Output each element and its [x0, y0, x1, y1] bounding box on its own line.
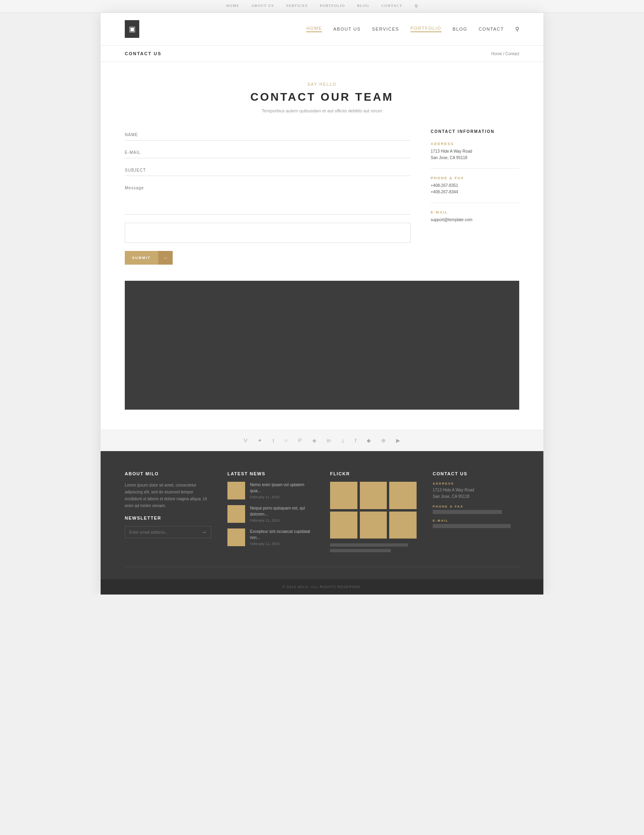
footer-news-col: Latest News Nemo enim ipsam vol uptatem … [227, 471, 314, 555]
social-bar: V ✦ t ○ P ◈ in ⍙ f ◆ ⊕ ▶ [101, 430, 543, 451]
nav-about[interactable]: ABOUT US [333, 27, 361, 31]
top-nav-blog[interactable]: BLOG [357, 4, 369, 9]
search-button[interactable]: ⚲ [515, 26, 519, 32]
say-hello-label: SAY HELLO [125, 82, 519, 87]
address-value: 1713 Hide A Way RoadSan Jose, CA 95118 [431, 148, 519, 161]
news-date-3: February 11, 2015 [250, 542, 314, 546]
footer-phone-label: PHONE & FAX [433, 505, 519, 508]
top-nav-home[interactable]: HOME [226, 4, 239, 9]
newsletter-input[interactable] [125, 526, 197, 538]
social-youtube-icon[interactable]: ▶ [396, 437, 400, 443]
social-linkedin-icon[interactable]: in [327, 437, 331, 443]
name-field-wrap [125, 129, 411, 141]
logo: ▣ [125, 20, 139, 38]
news-item-1: Nemo enim ipsam vol uptatem quia... Febr… [227, 482, 314, 499]
phone-value: +408-267-8351+408-267-8344 [431, 182, 519, 195]
contact-form: SUBMIT → [125, 129, 411, 265]
subject-field-wrap [125, 165, 411, 176]
flickr-thumb-1[interactable] [330, 482, 357, 509]
footer-contact-col: Contact Us ADDRESS 1713 Hide A Way RoadS… [433, 471, 519, 555]
footer-newsletter-title: Newsletter [125, 516, 211, 520]
phone-block: PHONE & FAX +408-267-8351+408-267-8344 [431, 176, 519, 203]
flickr-thumb-5[interactable] [360, 512, 387, 539]
top-search-icon[interactable]: ⚲ [415, 4, 418, 9]
nav-home[interactable]: HOME [306, 26, 322, 32]
footer-about-col: About MILO Lorem ipsum dolor sit amet, c… [125, 471, 211, 555]
contact-info-title: CONTACT INFORMATION [431, 129, 519, 134]
social-facebook-icon[interactable]: f [355, 437, 357, 443]
name-input[interactable] [125, 129, 411, 141]
news-date-2: February 11, 2015 [250, 518, 314, 522]
footer-address-label: ADDRESS [433, 482, 519, 485]
email-block: E-MAIL support@template.com [431, 210, 519, 230]
social-diamond-icon[interactable]: ◆ [367, 437, 371, 443]
submit-label: SUBMIT [125, 252, 158, 264]
breadcrumb-trail: Home / Contact [491, 52, 519, 56]
footer-divider [125, 567, 519, 567]
footer-bottom: © 2015 MILO. ALL RIGHTS RESERVED. [101, 579, 543, 595]
email-field-wrap [125, 147, 411, 158]
footer-about-text: Lorem ipsum dolor sit amet, consectetur … [125, 482, 211, 509]
social-stumble-icon[interactable]: ⍙ [341, 437, 345, 443]
subject-input[interactable] [125, 165, 411, 176]
footer-news-title: Latest News [227, 471, 314, 476]
top-nav-portfolio[interactable]: PORTFOLIO [320, 4, 345, 9]
social-pinterest-icon[interactable]: P [298, 437, 302, 443]
news-title-1: Nemo enim ipsam vol uptatem quia... [250, 482, 314, 494]
social-circle-icon[interactable]: ⊕ [381, 437, 386, 443]
address-label: ADDRESS [431, 142, 519, 146]
flickr-redacted-1 [330, 543, 408, 547]
message-input[interactable] [125, 182, 411, 215]
contact-body: SUBMIT → CONTACT INFORMATION ADDRESS 171… [125, 129, 519, 265]
flickr-thumb-6[interactable] [389, 512, 417, 539]
address-block: ADDRESS 1713 Hide A Way RoadSan Jose, CA… [431, 142, 519, 169]
nav-contact[interactable]: CONTACT [479, 27, 504, 31]
main-nav: HOME ABOUT US SERVICES PORTFOLIO BLOG CO… [306, 26, 519, 32]
email-value: support@template.com [431, 217, 519, 223]
top-nav-services[interactable]: SERVICES [286, 4, 308, 9]
submit-button[interactable]: SUBMIT → [125, 251, 173, 265]
social-vimeo-icon[interactable]: V [244, 437, 248, 443]
social-instagram-icon[interactable]: ○ [285, 437, 288, 443]
newsletter-form: → [125, 526, 211, 538]
flickr-thumb-3[interactable] [389, 482, 417, 509]
captcha-box [125, 223, 411, 243]
page-heading: CONTACT US [125, 51, 161, 56]
news-thumb-1 [227, 482, 245, 499]
logo-icon: ▣ [129, 25, 136, 33]
footer-flickr-col: Flickr [330, 471, 417, 555]
news-item-3: Excepteur sint occaecat cupidatat non...… [227, 528, 314, 546]
news-date-1: February 11, 2015 [250, 495, 314, 499]
flickr-thumb-2[interactable] [360, 482, 387, 509]
map-placeholder [125, 281, 519, 410]
footer-flickr-title: Flickr [330, 471, 417, 476]
main-header: ▣ HOME ABOUT US SERVICES PORTFOLIO BLOG … [101, 13, 543, 46]
nav-portfolio[interactable]: PORTFOLIO [411, 26, 442, 32]
social-twitter-icon[interactable]: t [272, 437, 274, 443]
top-nav: HOME ABOUT US SERVICES PORTFOLIO BLOG CO… [226, 4, 418, 9]
newsletter-submit-button[interactable]: → [197, 526, 211, 538]
email-input[interactable] [125, 147, 411, 158]
footer-phone-redacted [433, 510, 502, 514]
contact-subtext: Temporibus autem quibusdam et aut offici… [125, 108, 519, 113]
top-nav-about[interactable]: ABOUT US [251, 4, 274, 9]
breadcrumb-bar: CONTACT US Home / Contact [101, 46, 543, 62]
footer-copyright: © 2015 MILO. ALL RIGHTS RESERVED. [282, 585, 362, 589]
news-content-2: Neque porro quisquam est, qui dolorem...… [250, 505, 314, 522]
news-content-3: Excepteur sint occaecat cupidatat non...… [250, 528, 314, 546]
top-nav-contact[interactable]: CONTACT [382, 4, 402, 9]
footer-email-label: E-MAIL [433, 519, 519, 522]
news-thumb-2 [227, 505, 245, 523]
message-field-wrap [125, 182, 411, 216]
page-wrapper: ▣ HOME ABOUT US SERVICES PORTFOLIO BLOG … [101, 13, 543, 595]
flickr-grid [330, 482, 417, 539]
nav-blog[interactable]: BLOG [453, 27, 468, 31]
map-section [101, 281, 543, 430]
social-vine-icon[interactable]: ✦ [258, 437, 262, 443]
social-dribbble-icon[interactable]: ◈ [312, 437, 316, 443]
main-footer: About MILO Lorem ipsum dolor sit amet, c… [101, 451, 543, 579]
news-thumb-3 [227, 528, 245, 546]
flickr-thumb-4[interactable] [330, 512, 357, 539]
nav-services[interactable]: SERVICES [372, 27, 399, 31]
contact-info-panel: CONTACT INFORMATION ADDRESS 1713 Hide A … [431, 129, 519, 265]
